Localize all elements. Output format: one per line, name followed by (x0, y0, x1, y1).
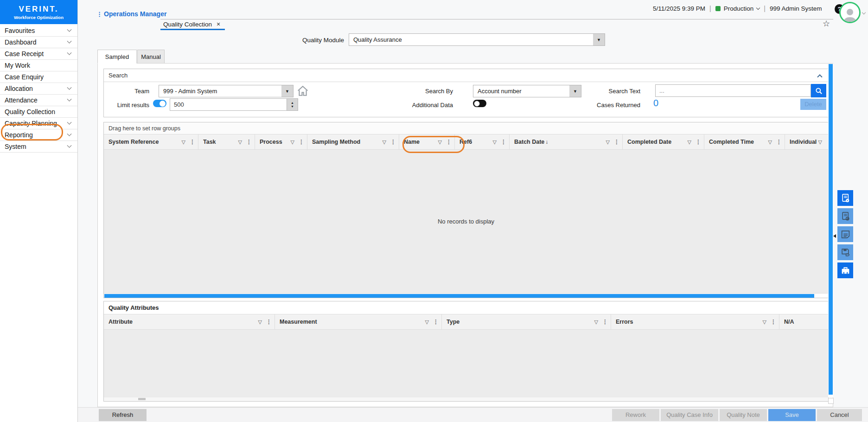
column-menu-icon[interactable]: ⋮ (614, 139, 619, 145)
rework-button[interactable]: Rework (612, 409, 659, 421)
tab-sampled[interactable]: Sampled (97, 50, 137, 64)
team-select[interactable]: 999 - Admin System ▼ (159, 85, 294, 97)
filter-icon[interactable]: ▽ (425, 319, 429, 325)
column-menu-icon[interactable]: ⋮ (390, 139, 396, 145)
scrollbar-thumb[interactable] (829, 64, 833, 395)
filter-icon[interactable]: ▽ (688, 139, 691, 145)
column-header-task[interactable]: Task ▽⋮ (198, 134, 255, 149)
search-section-header[interactable]: Search (104, 69, 828, 82)
search-button[interactable] (811, 84, 826, 97)
horizontal-scrollbar[interactable] (104, 293, 828, 298)
filter-icon[interactable]: ▽ (768, 139, 772, 145)
column-header-measurement[interactable]: Measurement ▽⋮ (274, 314, 441, 329)
column-header-name[interactable]: Name ▽⋮ (399, 134, 454, 149)
case-briefcase-button[interactable] (837, 262, 853, 278)
save-button[interactable]: Save (768, 409, 816, 421)
dropdown-arrow-icon[interactable]: ▼ (593, 34, 605, 45)
view-secondary-document-button[interactable] (837, 208, 853, 224)
column-menu-icon[interactable]: ⋮ (776, 139, 782, 145)
vertical-scrollbar[interactable] (828, 64, 833, 397)
filter-icon[interactable]: ▽ (818, 139, 822, 145)
favorite-star-icon[interactable]: ☆ (823, 19, 830, 29)
limit-results-input[interactable] (170, 98, 287, 111)
column-header-attribute[interactable]: Attribute ▽⋮ (104, 314, 274, 329)
column-header-na[interactable]: N/A (779, 314, 828, 329)
column-menu-icon[interactable]: ⋮ (246, 139, 252, 145)
limit-results-toggle[interactable] (153, 100, 166, 107)
search-text-input[interactable] (655, 84, 811, 97)
column-header-system-reference[interactable]: System Reference ▽⋮ (104, 134, 198, 149)
document-eye-icon (841, 211, 850, 221)
sidebar-item-case-receipt[interactable]: Case Receipt (0, 48, 77, 60)
filter-icon[interactable]: ▽ (763, 319, 766, 325)
collapse-chevron-icon[interactable] (817, 74, 822, 79)
quality-module-select[interactable]: Quality Assurance ▼ (349, 33, 605, 46)
row-group-drop-zone[interactable]: Drag here to set row groups (104, 122, 828, 134)
avatar-chevron-icon[interactable] (862, 11, 866, 14)
tab-quality-collection[interactable]: Quality Collection × (160, 20, 225, 30)
collapse-rail-icon[interactable] (833, 234, 836, 238)
attributes-scroll-strip[interactable] (104, 397, 828, 401)
sidebar-item-capacity-planning[interactable]: Capacity Planning (0, 118, 77, 129)
filter-icon[interactable]: ▽ (291, 139, 294, 145)
column-menu-icon[interactable]: ⋮ (446, 139, 452, 145)
sidebar-item-case-enquiry[interactable]: Case Enquiry (0, 71, 77, 83)
cancel-button[interactable]: Cancel (817, 409, 862, 421)
filter-icon[interactable]: ▽ (606, 139, 610, 145)
sidebar-item-reporting[interactable]: Reporting (0, 129, 77, 141)
column-header-completed-date[interactable]: Completed Date ▽⋮ (622, 134, 704, 149)
quality-note-button[interactable]: Quality Note (720, 409, 767, 421)
column-menu-icon[interactable]: ⋮ (190, 139, 195, 145)
sidebar-item-quality-collection[interactable]: Quality Collection (0, 106, 77, 118)
search-by-select[interactable]: Account number ▼ (473, 85, 581, 97)
quality-case-info-button[interactable]: Quality Case Info (661, 409, 718, 421)
sidebar-item-system[interactable]: System (0, 141, 77, 153)
filter-icon[interactable]: ▽ (258, 319, 262, 325)
save-with-tag-button[interactable] (837, 244, 853, 260)
limit-results-stepper[interactable]: ▲ ▼ (287, 98, 298, 111)
filter-icon[interactable]: ▽ (383, 139, 386, 145)
filter-icon[interactable]: ▽ (594, 319, 598, 325)
filter-icon[interactable]: ▽ (238, 139, 242, 145)
column-menu-icon[interactable]: ⋮ (771, 319, 776, 325)
note-button[interactable] (837, 226, 853, 242)
scrollbar-thumb[interactable] (138, 398, 146, 400)
environment-chevron-icon[interactable] (756, 6, 760, 10)
sidebar-item-dashboard[interactable]: Dashboard (0, 37, 77, 48)
column-header-type[interactable]: Type ▽⋮ (441, 314, 611, 329)
column-header-individual[interactable]: Individual ▽ (785, 134, 828, 149)
dropdown-arrow-icon[interactable]: ▼ (281, 85, 293, 97)
sidebar-item-allocation[interactable]: Allocation (0, 83, 77, 95)
sidebar-item-favourites[interactable]: Favourites (0, 25, 77, 37)
app-menu-dots-icon[interactable]: ⋮ (96, 11, 102, 18)
scrollbar-thumb[interactable] (104, 294, 814, 298)
column-menu-icon[interactable]: ⋮ (696, 139, 701, 145)
view-case-document-button[interactable] (837, 190, 853, 206)
column-header-ref6[interactable]: Ref6 ▽⋮ (454, 134, 509, 149)
spin-up-icon[interactable]: ▲ (291, 101, 294, 105)
filter-icon[interactable]: ▽ (493, 139, 497, 145)
tab-manual[interactable]: Manual (137, 50, 165, 64)
column-menu-icon[interactable]: ⋮ (266, 319, 272, 325)
column-header-completed-time[interactable]: Completed Time ▽⋮ (704, 134, 785, 149)
delete-button[interactable]: Delete (800, 99, 826, 110)
sidebar-item-attendance[interactable]: Attendance (0, 95, 77, 106)
refresh-button[interactable]: Refresh (99, 409, 147, 421)
home-team-icon[interactable] (297, 85, 309, 99)
environment-label[interactable]: Production (724, 5, 754, 12)
additional-data-toggle[interactable] (473, 100, 486, 107)
sidebar-item-my-work[interactable]: My Work (0, 60, 77, 71)
column-header-process[interactable]: Process ▽⋮ (255, 134, 307, 149)
column-header-batch-date[interactable]: Batch Date ↓ ▽⋮ (509, 134, 622, 149)
column-menu-icon[interactable]: ⋮ (433, 319, 439, 325)
column-menu-icon[interactable]: ⋮ (299, 139, 304, 145)
spin-down-icon[interactable]: ▼ (291, 105, 294, 109)
filter-icon[interactable]: ▽ (182, 139, 185, 145)
filter-icon[interactable]: ▽ (438, 139, 442, 145)
column-menu-icon[interactable]: ⋮ (602, 319, 608, 325)
tab-close-icon[interactable]: × (217, 20, 220, 28)
column-header-sampling-method[interactable]: Sampling Method ▽⋮ (307, 134, 399, 149)
column-menu-icon[interactable]: ⋮ (501, 139, 506, 145)
column-header-errors[interactable]: Errors ▽⋮ (611, 314, 779, 329)
user-avatar[interactable] (839, 2, 861, 23)
